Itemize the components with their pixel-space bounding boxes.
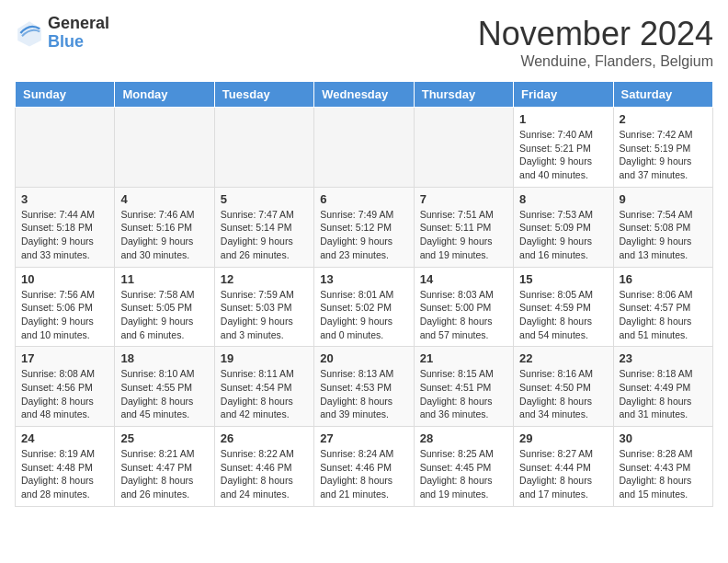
calendar-cell [314,108,414,188]
calendar-cell: 10Sunrise: 7:56 AM Sunset: 5:06 PM Dayli… [16,267,115,347]
day-number: 9 [620,192,707,206]
calendar-cell: 16Sunrise: 8:06 AM Sunset: 4:57 PM Dayli… [613,267,712,347]
calendar-cell: 9Sunrise: 7:54 AM Sunset: 5:08 PM Daylig… [613,187,712,267]
logo-blue-text: Blue [48,33,109,52]
week-row-3: 10Sunrise: 7:56 AM Sunset: 5:06 PM Dayli… [16,267,713,347]
calendar-cell: 6Sunrise: 7:49 AM Sunset: 5:12 PM Daylig… [314,187,414,267]
day-number: 11 [120,272,208,286]
day-number: 17 [21,351,108,365]
day-info: Sunrise: 8:03 AM Sunset: 5:00 PM Dayligh… [420,288,507,342]
day-info: Sunrise: 7:40 AM Sunset: 5:21 PM Dayligh… [519,128,607,182]
calendar-cell: 25Sunrise: 8:21 AM Sunset: 4:47 PM Dayli… [115,427,214,507]
day-header-saturday: Saturday [613,82,712,108]
day-info: Sunrise: 8:19 AM Sunset: 4:48 PM Dayligh… [21,447,108,501]
calendar-cell: 28Sunrise: 8:25 AM Sunset: 4:45 PM Dayli… [414,427,513,507]
day-number: 6 [320,192,407,206]
day-number: 29 [519,431,607,445]
calendar-cell: 29Sunrise: 8:27 AM Sunset: 4:44 PM Dayli… [514,427,613,507]
logo-text: General Blue [48,15,109,52]
day-info: Sunrise: 8:13 AM Sunset: 4:53 PM Dayligh… [320,367,407,421]
day-number: 23 [620,351,707,365]
day-number: 22 [519,351,607,365]
week-row-5: 24Sunrise: 8:19 AM Sunset: 4:48 PM Dayli… [16,427,713,507]
day-info: Sunrise: 8:22 AM Sunset: 4:46 PM Dayligh… [221,447,308,501]
day-number: 25 [120,431,208,445]
day-number: 4 [120,192,208,206]
day-number: 14 [420,272,507,286]
calendar-cell: 27Sunrise: 8:24 AM Sunset: 4:46 PM Dayli… [314,427,414,507]
day-number: 7 [420,192,507,206]
day-info: Sunrise: 8:21 AM Sunset: 4:47 PM Dayligh… [120,447,208,501]
day-info: Sunrise: 7:56 AM Sunset: 5:06 PM Dayligh… [21,288,108,342]
calendar-cell: 22Sunrise: 8:16 AM Sunset: 4:50 PM Dayli… [514,347,613,427]
calendar-cell: 11Sunrise: 7:58 AM Sunset: 5:05 PM Dayli… [115,267,214,347]
day-header-tuesday: Tuesday [214,82,313,108]
calendar-cell: 2Sunrise: 7:42 AM Sunset: 5:19 PM Daylig… [613,108,712,188]
day-number: 15 [519,272,607,286]
calendar-cell: 1Sunrise: 7:40 AM Sunset: 5:21 PM Daylig… [514,108,613,188]
day-number: 28 [420,431,507,445]
day-info: Sunrise: 8:08 AM Sunset: 4:56 PM Dayligh… [21,367,108,421]
calendar-cell [115,108,214,188]
calendar-cell: 19Sunrise: 8:11 AM Sunset: 4:54 PM Dayli… [214,347,313,427]
day-info: Sunrise: 8:05 AM Sunset: 4:59 PM Dayligh… [519,288,607,342]
day-number: 21 [420,351,507,365]
day-info: Sunrise: 8:25 AM Sunset: 4:45 PM Dayligh… [420,447,507,501]
day-info: Sunrise: 7:58 AM Sunset: 5:05 PM Dayligh… [120,288,208,342]
day-number: 26 [221,431,308,445]
day-info: Sunrise: 7:44 AM Sunset: 5:18 PM Dayligh… [21,208,108,262]
day-info: Sunrise: 8:11 AM Sunset: 4:54 PM Dayligh… [221,367,308,421]
week-row-2: 3Sunrise: 7:44 AM Sunset: 5:18 PM Daylig… [16,187,713,267]
day-number: 19 [221,351,308,365]
title-area: November 2024 Wenduine, Flanders, Belgiu… [478,15,713,70]
day-info: Sunrise: 7:59 AM Sunset: 5:03 PM Dayligh… [221,288,308,342]
day-info: Sunrise: 7:46 AM Sunset: 5:16 PM Dayligh… [120,208,208,262]
day-header-wednesday: Wednesday [314,82,414,108]
day-info: Sunrise: 8:18 AM Sunset: 4:49 PM Dayligh… [620,367,707,421]
day-number: 8 [519,192,607,206]
calendar-cell: 13Sunrise: 8:01 AM Sunset: 5:02 PM Dayli… [314,267,414,347]
day-info: Sunrise: 7:47 AM Sunset: 5:14 PM Dayligh… [221,208,308,262]
day-header-sunday: Sunday [16,82,115,108]
day-number: 5 [221,192,308,206]
calendar-cell: 24Sunrise: 8:19 AM Sunset: 4:48 PM Dayli… [16,427,115,507]
svg-marker-0 [17,21,41,46]
day-number: 13 [320,272,407,286]
calendar-cell: 21Sunrise: 8:15 AM Sunset: 4:51 PM Dayli… [414,347,513,427]
day-number: 12 [221,272,308,286]
header: General Blue November 2024 Wenduine, Fla… [15,15,713,70]
calendar-cell: 12Sunrise: 7:59 AM Sunset: 5:03 PM Dayli… [214,267,313,347]
day-info: Sunrise: 8:06 AM Sunset: 4:57 PM Dayligh… [620,288,707,342]
day-info: Sunrise: 7:49 AM Sunset: 5:12 PM Dayligh… [320,208,407,262]
location-title: Wenduine, Flanders, Belgium [478,53,713,70]
calendar-cell: 15Sunrise: 8:05 AM Sunset: 4:59 PM Dayli… [514,267,613,347]
day-number: 30 [620,431,707,445]
day-info: Sunrise: 7:42 AM Sunset: 5:19 PM Dayligh… [620,128,707,182]
calendar-cell: 3Sunrise: 7:44 AM Sunset: 5:18 PM Daylig… [16,187,115,267]
calendar-table: SundayMondayTuesdayWednesdayThursdayFrid… [15,81,713,507]
week-row-1: 1Sunrise: 7:40 AM Sunset: 5:21 PM Daylig… [16,108,713,188]
logo: General Blue [15,15,109,52]
calendar-cell: 8Sunrise: 7:53 AM Sunset: 5:09 PM Daylig… [514,187,613,267]
day-number: 27 [320,431,407,445]
day-header-thursday: Thursday [414,82,513,108]
calendar-cell: 23Sunrise: 8:18 AM Sunset: 4:49 PM Dayli… [613,347,712,427]
day-info: Sunrise: 7:51 AM Sunset: 5:11 PM Dayligh… [420,208,507,262]
day-info: Sunrise: 8:24 AM Sunset: 4:46 PM Dayligh… [320,447,407,501]
day-number: 18 [120,351,208,365]
day-info: Sunrise: 8:28 AM Sunset: 4:43 PM Dayligh… [620,447,707,501]
day-header-monday: Monday [115,82,214,108]
calendar-cell: 5Sunrise: 7:47 AM Sunset: 5:14 PM Daylig… [214,187,313,267]
day-info: Sunrise: 8:16 AM Sunset: 4:50 PM Dayligh… [519,367,607,421]
day-header-friday: Friday [514,82,613,108]
calendar-cell: 14Sunrise: 8:03 AM Sunset: 5:00 PM Dayli… [414,267,513,347]
month-title: November 2024 [478,15,713,53]
day-number: 1 [519,112,607,126]
calendar-cell [414,108,513,188]
calendar-cell: 20Sunrise: 8:13 AM Sunset: 4:53 PM Dayli… [314,347,414,427]
day-info: Sunrise: 8:27 AM Sunset: 4:44 PM Dayligh… [519,447,607,501]
calendar-cell [16,108,115,188]
day-info: Sunrise: 7:54 AM Sunset: 5:08 PM Dayligh… [620,208,707,262]
day-info: Sunrise: 8:10 AM Sunset: 4:55 PM Dayligh… [120,367,208,421]
week-row-4: 17Sunrise: 8:08 AM Sunset: 4:56 PM Dayli… [16,347,713,427]
